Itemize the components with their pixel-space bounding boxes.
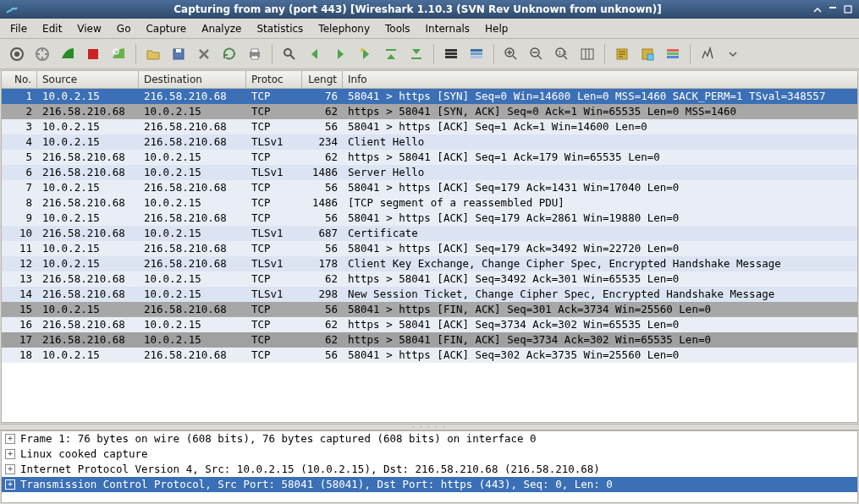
go-to-icon[interactable] (354, 42, 377, 66)
col-no[interactable]: No. (2, 71, 37, 88)
table-row[interactable]: 13216.58.210.6810.0.2.15TCP62https > 580… (2, 271, 857, 287)
cell-source: 216.58.210.68 (37, 317, 139, 332)
prefs-icon[interactable] (696, 42, 719, 66)
cell-no: 17 (2, 332, 37, 348)
go-last-icon[interactable] (405, 42, 428, 66)
packet-list-body[interactable]: 110.0.2.15216.58.210.68TCP7658041 > http… (2, 89, 857, 422)
tree-row[interactable]: +Internet Protocol Version 4, Src: 10.0.… (2, 462, 857, 477)
zoom-out-icon[interactable] (525, 42, 548, 66)
resize-columns-icon[interactable] (575, 42, 599, 66)
tree-label: Frame 1: 76 bytes on wire (608 bits), 76… (20, 431, 537, 446)
list-interfaces-icon[interactable] (5, 42, 29, 66)
expand-icon[interactable]: + (5, 479, 15, 490)
table-row[interactable]: 10216.58.210.6810.0.2.15TLSv1687Certific… (2, 226, 857, 241)
svg-rect-8 (176, 49, 181, 52)
splitter[interactable]: · · · · · (0, 424, 859, 430)
menu-telephony[interactable]: Telephony (311, 21, 377, 36)
col-protocol[interactable]: Protoc (246, 71, 302, 88)
maximize-button[interactable] (827, 3, 839, 15)
packet-list-pane: No. Source Destination Protoc Lengt Info… (1, 70, 858, 423)
save-file-icon[interactable] (167, 42, 190, 66)
open-file-icon[interactable] (141, 42, 165, 66)
tree-label: Internet Protocol Version 4, Src: 10.0.2… (20, 462, 600, 477)
table-row[interactable]: 110.0.2.15216.58.210.68TCP7658041 > http… (2, 89, 857, 104)
zoom-reset-icon[interactable]: 1:1 (550, 42, 574, 66)
tree-row[interactable]: +Linux cooked capture (2, 446, 857, 462)
stop-capture-icon[interactable] (81, 42, 105, 66)
go-back-icon[interactable] (303, 42, 327, 66)
cell-destination: 216.58.210.68 (139, 89, 246, 104)
close-file-icon[interactable] (192, 42, 216, 66)
tree-row[interactable]: +Frame 1: 76 bytes on wire (608 bits), 7… (2, 431, 857, 446)
col-length[interactable]: Lengt (302, 71, 343, 88)
tree-row[interactable]: +Transmission Control Protocol, Src Port… (2, 477, 857, 492)
table-row[interactable]: 1810.0.2.15216.58.210.68TCP5658041 > htt… (2, 348, 857, 363)
menu-internals[interactable]: Internals (419, 21, 477, 36)
table-row[interactable]: 1210.0.2.15216.58.210.68TLSv1178Client K… (2, 256, 857, 271)
menu-capture[interactable]: Capture (139, 21, 193, 36)
table-row[interactable]: 8216.58.210.6810.0.2.15TCP1486[TCP segme… (2, 195, 857, 211)
menu-file[interactable]: File (3, 21, 34, 36)
table-row[interactable]: 1510.0.2.15216.58.210.68TCP5658041 > htt… (2, 302, 857, 317)
table-row[interactable]: 2216.58.210.6810.0.2.15TCP62https > 5804… (2, 104, 857, 119)
print-icon[interactable] (243, 42, 267, 66)
close-button[interactable] (842, 3, 854, 15)
toolbar: 1:1 (0, 39, 859, 69)
cell-source: 10.0.2.15 (37, 119, 139, 134)
cell-source: 216.58.210.68 (37, 195, 139, 211)
col-destination[interactable]: Destination (139, 71, 246, 88)
cell-source: 216.58.210.68 (37, 332, 139, 348)
colorize-icon[interactable] (439, 42, 463, 66)
display-filters-icon[interactable] (636, 42, 659, 66)
reload-icon[interactable] (218, 42, 241, 66)
menu-help[interactable]: Help (478, 21, 515, 36)
table-row[interactable]: 410.0.2.15216.58.210.68TLSv1234Client He… (2, 134, 857, 150)
cell-length: 56 (302, 180, 343, 195)
cell-destination: 216.58.210.68 (139, 134, 246, 150)
svg-rect-14 (386, 49, 396, 51)
packet-details-pane[interactable]: +Frame 1: 76 bytes on wire (608 bits), 7… (1, 430, 858, 503)
options-icon[interactable] (30, 42, 54, 66)
menu-tools[interactable]: Tools (378, 21, 417, 36)
coloring-rules-icon[interactable] (661, 42, 685, 66)
toolbar-overflow-icon[interactable] (721, 42, 745, 66)
table-row[interactable]: 1110.0.2.15216.58.210.68TCP5658041 > htt… (2, 241, 857, 256)
col-source[interactable]: Source (37, 71, 139, 88)
zoom-in-icon[interactable] (499, 42, 523, 66)
cell-no: 11 (2, 241, 37, 256)
cell-protocol: TLSv1 (246, 134, 302, 150)
capture-filters-icon[interactable] (610, 42, 634, 66)
table-row[interactable]: 710.0.2.15216.58.210.68TCP5658041 > http… (2, 180, 857, 195)
minimize-button[interactable] (812, 3, 823, 15)
cell-source: 216.58.210.68 (37, 226, 139, 241)
expand-icon[interactable]: + (5, 434, 15, 444)
menu-statistics[interactable]: Statistics (250, 21, 310, 36)
go-forward-icon[interactable] (328, 42, 352, 66)
start-capture-icon[interactable] (56, 42, 80, 66)
go-first-icon[interactable] (379, 42, 403, 66)
table-row[interactable]: 910.0.2.15216.58.210.68TCP5658041 > http… (2, 211, 857, 226)
cell-length: 56 (302, 348, 343, 363)
cell-length: 298 (302, 287, 343, 302)
table-row[interactable]: 310.0.2.15216.58.210.68TCP5658041 > http… (2, 119, 857, 134)
svg-rect-17 (445, 52, 457, 55)
col-info[interactable]: Info (343, 71, 857, 88)
menu-view[interactable]: View (70, 21, 107, 36)
cell-destination: 10.0.2.15 (139, 271, 246, 287)
menu-analyze[interactable]: Analyze (195, 21, 248, 36)
find-icon[interactable] (278, 42, 301, 66)
cell-no: 9 (2, 211, 37, 226)
cell-no: 14 (2, 287, 37, 302)
table-row[interactable]: 14216.58.210.6810.0.2.15TLSv1298New Sess… (2, 287, 857, 302)
table-row[interactable]: 5216.58.210.6810.0.2.15TCP62https > 5804… (2, 150, 857, 165)
expand-icon[interactable]: + (5, 464, 15, 474)
table-row[interactable]: 17216.58.210.6810.0.2.15TCP62https > 580… (2, 332, 857, 348)
menu-go[interactable]: Go (110, 21, 138, 36)
auto-scroll-icon[interactable] (465, 42, 488, 66)
menu-edit[interactable]: Edit (36, 21, 69, 36)
cell-protocol: TCP (246, 180, 302, 195)
expand-icon[interactable]: + (5, 449, 15, 459)
restart-capture-icon[interactable] (107, 42, 130, 66)
table-row[interactable]: 6216.58.210.6810.0.2.15TLSv11486Server H… (2, 165, 857, 180)
table-row[interactable]: 16216.58.210.6810.0.2.15TCP62https > 580… (2, 317, 857, 332)
